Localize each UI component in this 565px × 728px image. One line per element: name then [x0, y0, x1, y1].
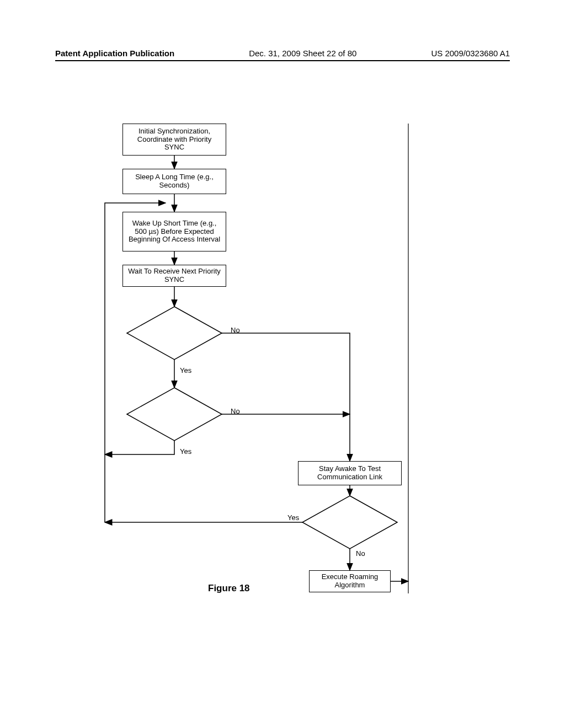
decision-sync-received: [127, 307, 222, 360]
decision-link-acceptable-2: [302, 496, 397, 549]
flowchart-svg: [0, 0, 565, 728]
decision-link-acceptable-1: [127, 388, 222, 441]
